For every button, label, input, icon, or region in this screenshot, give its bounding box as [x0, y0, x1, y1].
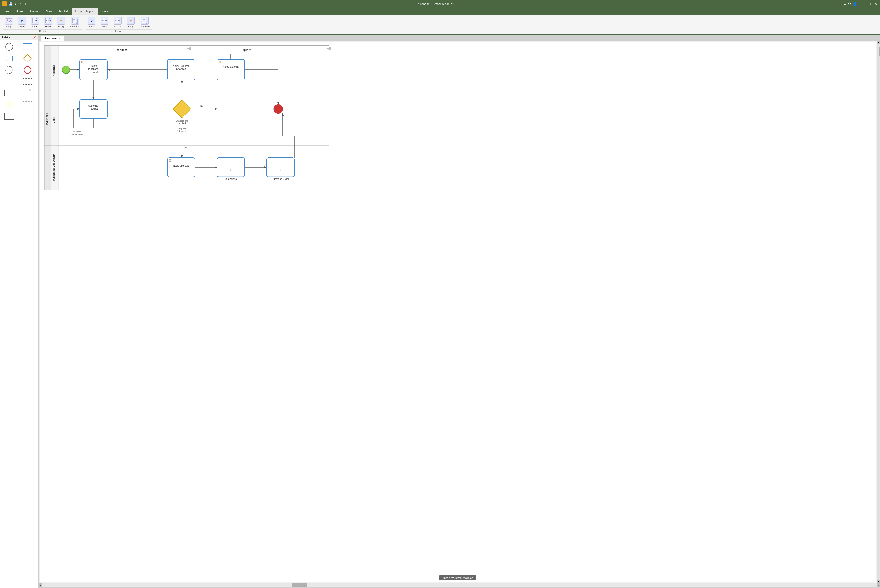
palette-note[interactable]	[2, 100, 16, 110]
svg-text:Request: Request	[178, 127, 186, 130]
close-btn[interactable]: ✕	[874, 2, 878, 6]
import-group: V Visio XPDL XPDL BPMN BPMN 🔸	[85, 16, 154, 33]
svg-text:Requires: Requires	[73, 130, 81, 133]
menu-file[interactable]: File	[1, 8, 12, 15]
scroll-up-btn[interactable]: ▲	[877, 41, 880, 44]
svg-rect-45	[79, 99, 107, 118]
svg-rect-72	[167, 158, 195, 177]
svg-text:Applicant: Applicant	[52, 65, 55, 76]
svg-rect-17	[142, 18, 146, 23]
settings-btn[interactable]: ⚙	[848, 2, 851, 6]
svg-text:required: required	[178, 122, 186, 124]
svg-rect-27	[51, 94, 58, 146]
svg-text:Request: Request	[116, 48, 127, 52]
app-title: Purchase - Bizagi Modeler	[26, 2, 844, 6]
svg-text:Notify rejection: Notify rejection	[223, 66, 239, 68]
svg-rect-21	[44, 46, 329, 190]
tab-close-icon[interactable]: ✕	[58, 37, 60, 40]
svg-text:Request: Request	[89, 71, 97, 74]
svg-text:+: +	[230, 169, 231, 171]
palette-corner[interactable]	[2, 76, 16, 86]
minimize-btn[interactable]: −	[861, 2, 865, 6]
svg-rect-64	[217, 59, 245, 80]
palette-dashed-rect[interactable]	[20, 76, 35, 86]
svg-text:Authorize: Authorize	[88, 104, 99, 107]
export-image-btn[interactable]: Image	[3, 16, 15, 29]
export-visio-btn[interactable]: V Visio	[16, 16, 28, 29]
svg-text:Create: Create	[90, 64, 97, 67]
palette-end-event[interactable]	[20, 65, 35, 75]
import-visio-btn[interactable]: V Visio	[85, 16, 97, 29]
export-xpdl-btn[interactable]: XPDL XPDL	[29, 16, 41, 29]
export-attributes-btn[interactable]: Attributes	[68, 16, 82, 29]
export-group: Image V Visio XPDL XPDL BPMN BPMN	[2, 16, 84, 33]
svg-text:Changes: Changes	[176, 68, 186, 70]
import-bizagi-btn[interactable]: 🔸 Bizagi	[124, 16, 137, 29]
export-bizagi-btn[interactable]: 🔸 Bizagi	[55, 16, 67, 29]
palette-pin-icon[interactable]: 📌	[33, 36, 36, 39]
svg-rect-51	[173, 100, 191, 118]
svg-text:Purchase: Purchase	[88, 68, 99, 70]
svg-text:Yes: Yes	[184, 146, 187, 148]
svg-text:Notify Required: Notify Required	[173, 64, 189, 67]
svg-text:Request: Request	[89, 108, 97, 110]
svg-text:📋: 📋	[169, 60, 172, 63]
svg-text:BPMN: BPMN	[115, 19, 120, 21]
ribbon: Image V Visio XPDL XPDL BPMN BPMN	[0, 15, 880, 35]
scroll-left-btn[interactable]: ◀	[39, 584, 42, 587]
menu-tools[interactable]: Tools	[97, 8, 111, 15]
import-group-label: Import	[85, 29, 151, 33]
quick-redo[interactable]: ↪	[19, 2, 23, 6]
palette-annotation[interactable]	[2, 111, 16, 121]
import-attributes-btn[interactable]: Attributes	[138, 16, 151, 29]
quick-undo[interactable]: ↩	[15, 2, 18, 6]
title-bar: 🔸 💾 ↩ ↪ ▾ Purchase - Bizagi Modeler ∧ ⚙ …	[0, 0, 880, 8]
tab-purchase[interactable]: Purchase ✕	[40, 36, 64, 41]
palette-table[interactable]	[2, 88, 16, 98]
scroll-right-btn[interactable]: ▶	[877, 584, 880, 587]
import-xpdl-btn[interactable]: XPDL XPDL	[99, 16, 111, 29]
menu-home[interactable]: Home	[12, 8, 27, 15]
export-bpmn-btn[interactable]: BPMN BPMN	[42, 16, 54, 29]
palette-title: Palette	[2, 36, 10, 39]
import-bpmn-btn[interactable]: BPMN BPMN	[112, 16, 124, 29]
svg-text:Purchase: Purchase	[45, 113, 48, 125]
palette-gateway[interactable]	[20, 54, 35, 63]
svg-point-67	[274, 105, 283, 113]
status-bar: 100% − + ⊞ ⊡ 🔍 🔍	[39, 586, 880, 588]
svg-text:📋: 📋	[169, 159, 172, 162]
palette-start-event[interactable]	[2, 42, 16, 52]
export-group-label: Export	[3, 29, 82, 33]
quick-save[interactable]: 💾	[8, 2, 13, 6]
menu-export-import[interactable]: Export / Import	[72, 8, 98, 15]
user-btn[interactable]: 👤	[853, 2, 857, 6]
menu-view[interactable]: View	[43, 8, 56, 15]
svg-marker-36	[327, 47, 331, 51]
watermark: Image by: Bizagi Modeler	[439, 576, 477, 580]
palette-intermediate-event[interactable]	[2, 65, 16, 75]
palette-items	[0, 40, 38, 123]
maximize-btn[interactable]: □	[868, 2, 872, 6]
collapse-ribbon-btn[interactable]: ∧	[844, 2, 846, 6]
svg-rect-39	[79, 59, 107, 80]
palette-page[interactable]	[20, 88, 35, 98]
menu-publish[interactable]: Publish	[56, 8, 72, 15]
palette-task[interactable]	[20, 42, 35, 52]
svg-marker-35	[187, 47, 192, 51]
horizontal-scrollbar[interactable]: ◀ ▶	[39, 583, 880, 586]
svg-text:Purchase Order: Purchase Order	[272, 178, 289, 180]
palette-sub-process[interactable]	[2, 54, 16, 63]
right-scrollbar[interactable]: ▲ ▼	[877, 41, 880, 583]
svg-text:another approv: another approv	[70, 134, 83, 135]
svg-text:Quote: Quote	[243, 48, 251, 52]
menu-bar: File Home Format View Publish Export / I…	[0, 8, 880, 15]
svg-rect-80	[267, 158, 294, 177]
palette-dashed-box[interactable]	[20, 100, 35, 110]
scroll-down-btn[interactable]: ▼	[877, 580, 880, 583]
palette-panel: Palette 📌	[0, 35, 39, 588]
svg-text:XPDL: XPDL	[102, 19, 107, 21]
diagram-canvas[interactable]: Purchase Applicant Boss Purchasing Depar…	[39, 42, 876, 582]
svg-rect-0	[6, 18, 12, 23]
app-icon: 🔸	[2, 2, 7, 6]
menu-format[interactable]: Format	[27, 8, 43, 15]
